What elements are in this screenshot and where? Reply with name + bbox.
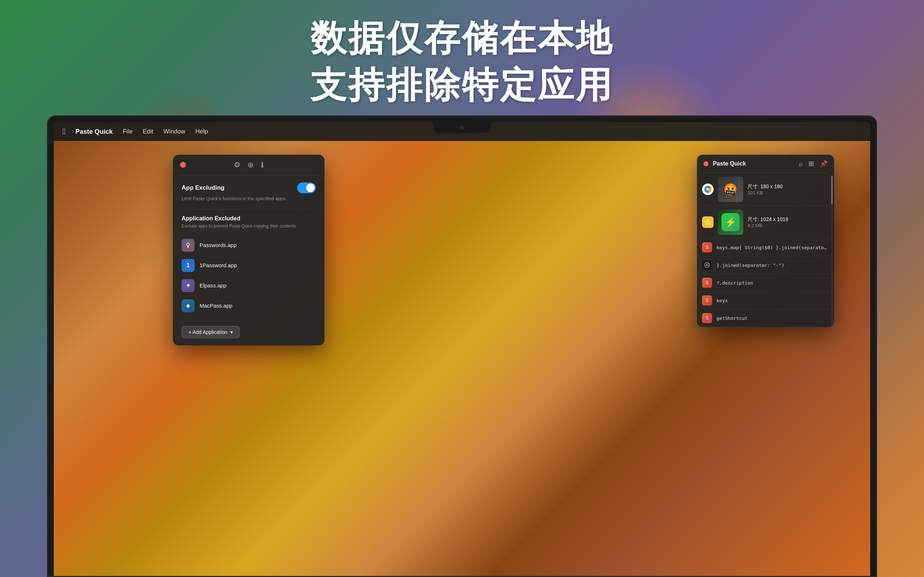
app-excluded-section: Application Excluded Exclude apps to pre… — [173, 210, 325, 322]
settings-gear-icon[interactable]: ⚙ — [234, 161, 241, 169]
app-name-1password: 1Password.app — [200, 262, 237, 268]
code-text-5: getShortcut — [716, 316, 748, 321]
chrome-icon — [702, 184, 714, 195]
code-text-2: }.joined(separator: "-") — [716, 263, 784, 268]
app-name-macpass: MacPass.app — [200, 303, 233, 309]
add-app-label: + Add Application — [188, 329, 228, 335]
paste-quick-panel: Paste Quick ⌕ ⊞ 📌 — [697, 155, 834, 327]
settings-shield-icon[interactable]: ⊕ — [247, 161, 254, 169]
title-block: 数据仅存储在本地 支持排除特定应用 — [0, 15, 924, 108]
list-item: ● MacPass.app — [181, 296, 316, 316]
paste-actions: ⌕ ⊞ 📌 — [799, 160, 828, 168]
paste-traffic-light[interactable] — [703, 161, 709, 166]
code-item-2[interactable]: AI }.joined(separator: "-") — [697, 256, 834, 274]
app-name-elpass: Elpass.app — [200, 282, 226, 288]
clip-meta-2: 尺寸: 1024 x 1019 4.2 MB — [748, 216, 829, 228]
app-name-passwords: Passwords.app — [200, 242, 237, 248]
app-icon-1password: 1 — [181, 259, 195, 272]
app-icon-elpass: ✦ — [181, 279, 195, 292]
camera-dot — [460, 126, 464, 130]
laptop-screen:  Paste Quick File Edit Window Help ⚙ ⊕ … — [54, 122, 870, 576]
add-application-button[interactable]: + Add Application ▾ — [181, 326, 240, 338]
svg-point-0 — [187, 243, 189, 246]
app-icon-macpass: ● — [181, 299, 195, 312]
swift-icon-4: S — [702, 313, 712, 323]
chatgpt-icon-1: AI — [702, 260, 712, 270]
menubar-file[interactable]: File — [123, 128, 132, 135]
laptop-bezel:  Paste Quick File Edit Window Help ⚙ ⊕ … — [47, 115, 877, 577]
traffic-light-close[interactable] — [180, 162, 186, 168]
app-excluding-section: App Excluding Limit Paste Quick's functi… — [173, 175, 325, 209]
code-text-4: keys — [716, 298, 728, 303]
scrollbar-thumb[interactable] — [831, 176, 833, 205]
image-preview-2: ⚡ — [718, 210, 743, 235]
apple-logo:  — [63, 127, 65, 136]
add-app-chevron: ▾ — [230, 329, 233, 335]
app-excluding-toggle[interactable] — [297, 182, 316, 193]
list-item: Passwords.app — [181, 235, 316, 255]
app-excluded-title: Application Excluded — [181, 215, 316, 222]
app-excluding-header: App Excluding — [181, 182, 316, 193]
app-excluding-desc: Limit Paste Quick's functions in the spe… — [181, 195, 316, 202]
menubar-window[interactable]: Window — [163, 128, 185, 135]
code-item-3[interactable]: S ?.description — [697, 274, 834, 292]
menubar-edit[interactable]: Edit — [143, 128, 153, 135]
clipboard-item-1[interactable]: 🤬 尺寸: 180 x 180 101 KB — [697, 173, 834, 206]
paste-panel-title: Paste Quick — [713, 161, 795, 167]
swift-icon-3: S — [702, 295, 712, 305]
clipboard-item-2[interactable]: 🌟 ⚡ 尺寸: 1024 x 1019 4.2 MB — [697, 206, 834, 239]
app-icon-2: 🌟 — [702, 216, 714, 228]
search-icon[interactable]: ⌕ — [799, 160, 803, 168]
app-icon-passwords — [181, 239, 195, 252]
app-excluding-title: App Excluding — [181, 184, 225, 192]
clip-bytes-2: 4.2 MB — [748, 223, 829, 228]
title-line1: 数据仅存储在本地 — [0, 15, 924, 61]
clip-bytes-1: 101 KB — [748, 190, 829, 195]
settings-info-icon[interactable]: ℹ — [261, 161, 264, 169]
swift-icon-1: S — [702, 242, 712, 253]
grid-icon[interactable]: ⊞ — [809, 160, 814, 168]
clip-size-2: 尺寸: 1024 x 1019 — [748, 216, 829, 223]
clip-meta-1: 尺寸: 180 x 180 101 KB — [748, 184, 829, 195]
app-excluded-desc: Exclude apps to prevent Paste Quick copy… — [181, 223, 316, 229]
pin-icon[interactable]: 📌 — [820, 160, 828, 168]
code-item-1[interactable]: S keys.map{ String($0) }.joined(separato… — [697, 239, 834, 256]
swift-icon-2: S — [702, 278, 712, 288]
lightning-preview: ⚡ — [722, 213, 740, 231]
image-preview-1: 🤬 — [718, 177, 743, 202]
code-text-1: keys.map{ String($0) }.joined(separator.… — [716, 245, 829, 250]
code-item-4[interactable]: S keys — [697, 292, 834, 309]
laptop-frame:  Paste Quick File Edit Window Help ⚙ ⊕ … — [47, 115, 877, 577]
list-item: ✦ Elpass.app — [181, 276, 316, 296]
svg-rect-1 — [188, 246, 189, 248]
scrollbar-track — [831, 176, 833, 326]
paste-titlebar: Paste Quick ⌕ ⊞ 📌 — [697, 155, 834, 173]
list-item: 1 1Password.app — [181, 255, 316, 276]
svg-text:AI: AI — [706, 264, 709, 267]
menubar-help[interactable]: Help — [195, 128, 208, 135]
title-line2: 支持排除特定应用 — [0, 61, 924, 108]
menubar-app-name: Paste Quick — [76, 128, 113, 135]
settings-panel: ⚙ ⊕ ℹ App Excluding Limit Paste Quick's … — [173, 155, 325, 345]
code-text-3: ?.description — [716, 280, 753, 285]
code-item-5[interactable]: S getShortcut — [697, 309, 834, 327]
camera-notch — [433, 122, 491, 133]
clip-size-1: 尺寸: 180 x 180 — [748, 184, 829, 190]
panel-icons: ⚙ ⊕ ℹ — [234, 161, 264, 169]
panel-titlebar: ⚙ ⊕ ℹ — [173, 155, 325, 175]
